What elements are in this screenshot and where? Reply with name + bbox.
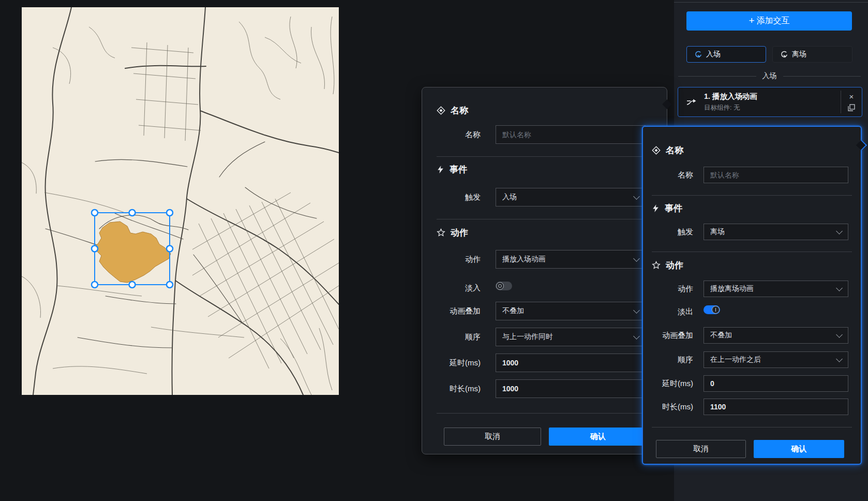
action-section-icon	[652, 261, 661, 270]
order-select[interactable]: 在上一动作之后	[704, 351, 848, 368]
action-select[interactable]: 播放离场动画	[704, 281, 848, 297]
chevron-down-icon	[836, 228, 843, 234]
duration-field-label: 时长(ms)	[648, 402, 693, 412]
divider	[652, 252, 852, 252]
section-event: 事件	[437, 164, 467, 175]
divider	[437, 219, 653, 219]
toggle-knob	[712, 306, 720, 314]
name-field-label: 名称	[648, 170, 693, 180]
order-select[interactable]: 与上一动作同时	[496, 328, 646, 346]
confirm-button[interactable]: 确认	[549, 428, 647, 446]
tab-enter[interactable]: 入场	[686, 46, 766, 63]
chevron-down-icon	[836, 331, 843, 338]
tab-enter-label: 入场	[706, 50, 721, 59]
fade-in-toggle[interactable]	[496, 282, 512, 290]
cancel-button[interactable]: 取消	[444, 428, 541, 446]
chevron-down-icon	[836, 356, 843, 362]
divider	[652, 195, 852, 196]
panel-top-divider	[674, 2, 868, 3]
chevron-down-icon	[633, 255, 640, 262]
interaction-list-item[interactable]: 1. 播放入场动画 目标组件: 无 ×	[678, 87, 862, 117]
add-interaction-label: 添加交互	[757, 16, 790, 26]
merge-arrow-icon	[678, 97, 704, 107]
delay-input[interactable]	[704, 375, 848, 392]
name-section-icon	[652, 146, 661, 155]
duration-input[interactable]	[496, 379, 646, 398]
toggle-knob	[496, 282, 504, 290]
fade-out-label: 淡出	[648, 307, 693, 317]
leave-cursor-icon	[780, 51, 788, 58]
order-field-label: 顺序	[648, 355, 693, 365]
section-action: 动作	[437, 227, 468, 239]
divider	[437, 156, 653, 157]
section-event: 事件	[652, 202, 682, 214]
plus-icon: +	[749, 16, 754, 25]
duration-input[interactable]	[704, 399, 848, 415]
street-map	[22, 7, 339, 395]
name-field-label: 名称	[437, 130, 481, 140]
event-section-icon	[652, 204, 660, 213]
section-name: 名称	[652, 144, 683, 156]
delete-interaction-icon[interactable]: ×	[849, 93, 854, 100]
action-select[interactable]: 播放入场动画	[496, 250, 646, 269]
overlay-field-label: 动画叠加	[648, 331, 693, 341]
delay-field-label: 延时(ms)	[648, 379, 693, 389]
overlay-select[interactable]: 不叠加	[496, 302, 646, 320]
divider	[437, 413, 653, 414]
section-action: 动作	[652, 259, 683, 271]
chevron-down-icon	[836, 285, 843, 291]
chevron-down-icon	[633, 193, 640, 200]
event-section-icon	[437, 165, 444, 174]
action-field-label: 动作	[437, 255, 481, 264]
fade-out-toggle[interactable]	[704, 305, 720, 314]
add-interaction-button[interactable]: + 添加交互	[686, 11, 852, 31]
order-field-label: 顺序	[437, 332, 481, 342]
trigger-select[interactable]: 离场	[704, 224, 848, 240]
name-input[interactable]	[496, 125, 646, 144]
section-name: 名称	[437, 105, 468, 116]
divider	[652, 427, 852, 428]
name-section-icon	[437, 106, 445, 115]
interaction-item-title: 1. 播放入场动画	[704, 92, 841, 101]
trigger-field-label: 触发	[437, 193, 481, 202]
tab-leave[interactable]: 离场	[772, 46, 852, 63]
trigger-field-label: 触发	[648, 227, 693, 237]
interaction-item-target: 目标组件: 无	[704, 104, 841, 112]
overlay-select[interactable]: 不叠加	[704, 327, 848, 344]
duration-field-label: 时长(ms)	[437, 384, 481, 394]
action-field-label: 动作	[648, 284, 693, 294]
chevron-down-icon	[633, 307, 640, 314]
enter-interaction-dialog: 名称 名称 事件 触发 入场 动作 动作 播放入场动画 淡入 动画叠加 不叠加 …	[422, 87, 667, 454]
cancel-button[interactable]: 取消	[656, 440, 746, 458]
chevron-down-icon	[633, 333, 640, 340]
trigger-select[interactable]: 入场	[496, 188, 646, 207]
leave-interaction-dialog: 名称 名称 事件 触发 离场 动作 动作 播放离场动画 淡出 动画叠加 不叠加 …	[642, 126, 862, 465]
copy-icon[interactable]	[848, 104, 855, 111]
overlay-field-label: 动画叠加	[437, 306, 481, 316]
enter-section-label: 入场	[762, 71, 777, 81]
delay-field-label: 延时(ms)	[437, 358, 481, 368]
confirm-button[interactable]: 确认	[754, 440, 844, 458]
popover-arrow	[662, 99, 671, 109]
action-section-icon	[437, 228, 445, 237]
tab-leave-label: 离场	[792, 50, 806, 59]
enter-cursor-icon	[694, 51, 702, 58]
fade-in-label: 淡入	[437, 283, 481, 293]
map-canvas[interactable]	[22, 7, 339, 395]
enter-section-divider: 入场	[678, 72, 861, 80]
delay-input[interactable]	[496, 353, 646, 372]
name-input[interactable]	[704, 167, 848, 183]
